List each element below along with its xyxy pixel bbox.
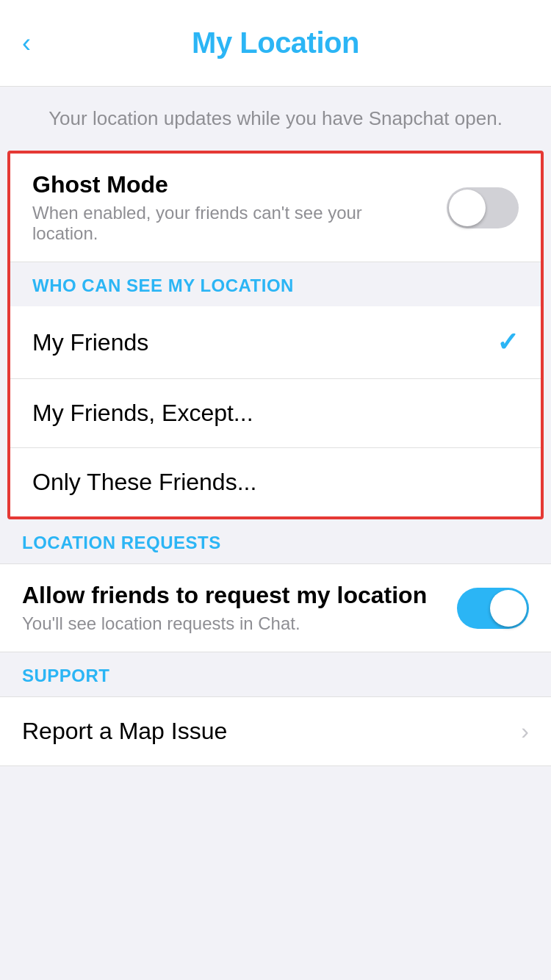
my-friends-label: My Friends <box>32 329 148 356</box>
main-settings-section: Ghost Mode When enabled, your friends ca… <box>7 151 544 519</box>
page-title: My Location <box>192 26 359 60</box>
subtitle-section: Your location updates while you have Sna… <box>0 87 551 151</box>
location-requests-label: LOCATION REQUESTS <box>22 533 221 552</box>
ghost-mode-title: Ghost Mode <box>32 171 432 198</box>
subtitle-text: Your location updates while you have Sna… <box>22 107 529 130</box>
chevron-right-icon: › <box>521 718 529 745</box>
allow-friends-toggle-knob <box>490 590 527 627</box>
location-requests-section: LOCATION REQUESTS Allow friends to reque… <box>0 519 551 652</box>
location-requests-header: LOCATION REQUESTS <box>0 519 551 563</box>
my-friends-except-label: My Friends, Except... <box>32 400 253 427</box>
ghost-mode-toggle[interactable] <box>447 187 519 228</box>
header: ‹ My Location <box>0 0 551 87</box>
toggle-knob <box>449 190 486 226</box>
ghost-mode-row[interactable]: Ghost Mode When enabled, your friends ca… <box>10 154 541 262</box>
who-can-see-section-header: WHO CAN SEE MY LOCATION <box>10 262 541 306</box>
support-header: SUPPORT <box>0 652 551 696</box>
support-label: SUPPORT <box>22 666 110 685</box>
only-these-friends-option[interactable]: Only These Friends... <box>10 448 541 516</box>
checkmark-icon: ✓ <box>497 327 519 358</box>
my-friends-except-option[interactable]: My Friends, Except... <box>10 379 541 448</box>
report-map-issue-row[interactable]: Report a Map Issue › <box>0 696 551 766</box>
ghost-mode-text-group: Ghost Mode When enabled, your friends ca… <box>32 171 432 244</box>
allow-friends-title: Allow friends to request my location <box>22 582 442 609</box>
allow-friends-row[interactable]: Allow friends to request my location You… <box>0 563 551 652</box>
who-can-see-label: WHO CAN SEE MY LOCATION <box>32 275 294 295</box>
only-these-friends-label: Only These Friends... <box>32 469 256 496</box>
support-section: SUPPORT Report a Map Issue › <box>0 652 551 766</box>
report-map-issue-label: Report a Map Issue <box>22 718 227 745</box>
back-button[interactable]: ‹ <box>22 30 31 57</box>
allow-friends-toggle[interactable] <box>457 588 529 629</box>
ghost-mode-subtitle: When enabled, your friends can't see you… <box>32 203 432 244</box>
allow-friends-subtitle: You'll see location requests in Chat. <box>22 613 442 634</box>
allow-friends-text-group: Allow friends to request my location You… <box>22 582 442 634</box>
my-friends-option[interactable]: My Friends ✓ <box>10 306 541 379</box>
